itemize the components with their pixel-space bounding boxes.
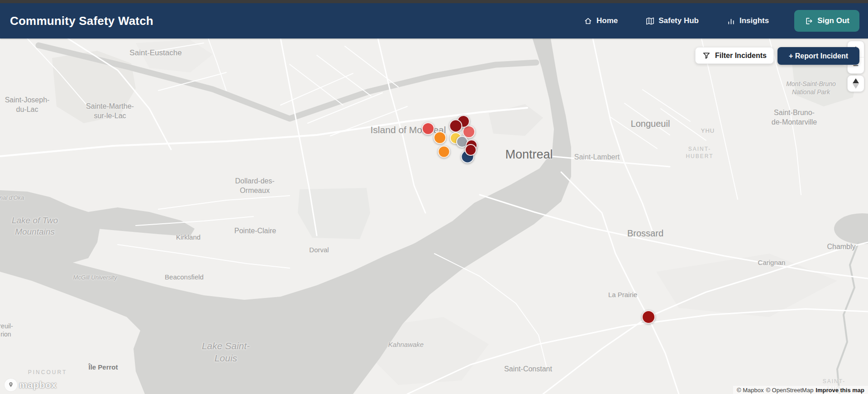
funnel-icon <box>702 52 711 60</box>
header-nav: HomeSafety HubInsights Sign Out <box>556 10 859 32</box>
incident-marker[interactable] <box>438 146 450 158</box>
window-top-bar <box>0 0 868 3</box>
incident-marker[interactable] <box>642 310 655 324</box>
nav-home[interactable]: Home <box>584 16 618 25</box>
improve-map-link[interactable]: Improve this map <box>816 387 864 394</box>
compass-needle-north-icon <box>853 78 859 83</box>
compass-needle-south-icon <box>853 84 859 89</box>
incident-marker[interactable] <box>422 122 434 135</box>
osm-attribution-link[interactable]: © OpenStreetMap <box>766 387 813 394</box>
mapbox-attribution-link[interactable]: © Mapbox <box>737 387 763 394</box>
report-incident-label: + Report Incident <box>789 52 848 60</box>
incident-marker[interactable] <box>434 131 446 144</box>
home-icon <box>584 17 592 25</box>
mapbox-logo[interactable]: mapbox <box>5 379 57 391</box>
incident-marker[interactable] <box>449 120 463 133</box>
mapbox-wordmark: mapbox <box>19 380 57 390</box>
app-title: Community Safety Watch <box>10 14 153 28</box>
sign-out-label: Sign Out <box>817 16 849 25</box>
map-attribution: © Mapbox © OpenStreetMap Improve this ma… <box>733 386 868 394</box>
nav-insights[interactable]: Insights <box>727 16 769 25</box>
incident-marker[interactable] <box>465 144 477 156</box>
logout-icon <box>804 17 813 25</box>
map-canvas[interactable]: Filter Incidents + Report Incident + − m… <box>0 0 868 394</box>
nav-safety-hub[interactable]: Safety Hub <box>646 16 699 25</box>
nav-home-label: Home <box>596 16 618 25</box>
nav-insights-label: Insights <box>739 16 769 25</box>
filter-incidents-label: Filter Incidents <box>715 52 767 60</box>
app-header: Community Safety Watch HomeSafety HubIns… <box>0 3 868 38</box>
nav-safety-hub-label: Safety Hub <box>658 16 699 25</box>
mapbox-pin-icon <box>5 379 17 391</box>
filter-incidents-button[interactable]: Filter Incidents <box>695 47 774 64</box>
compass-button[interactable] <box>847 75 864 92</box>
sign-out-button[interactable]: Sign Out <box>794 10 859 32</box>
report-incident-button[interactable]: + Report Incident <box>777 47 859 65</box>
bar-chart-icon <box>727 17 735 25</box>
map-icon <box>646 17 654 25</box>
